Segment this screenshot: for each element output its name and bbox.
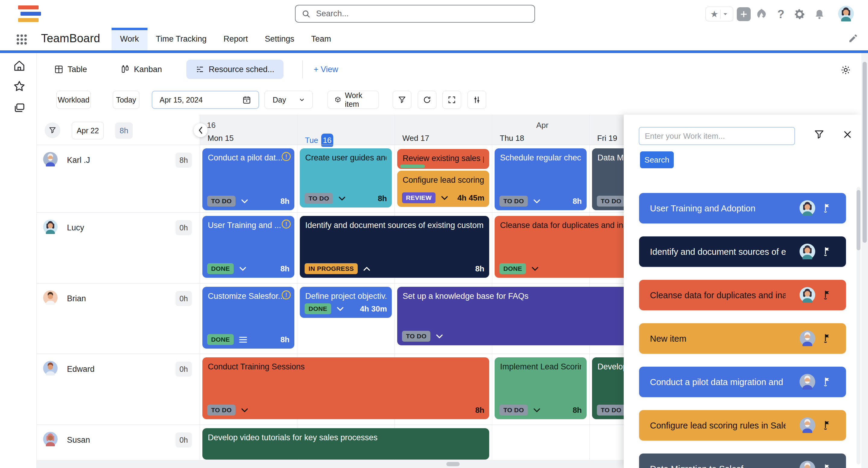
global-search[interactable] <box>295 5 535 23</box>
task-card[interactable]: Review existing sales pi... <box>397 149 489 169</box>
filter-button[interactable] <box>393 91 411 109</box>
favorites-star-icon[interactable] <box>13 80 25 92</box>
flag-icon[interactable] <box>823 377 831 386</box>
task-card[interactable]: Schedule regular check...TO DO8h <box>495 148 587 210</box>
day-header-wed[interactable]: Wed 17 <box>402 133 429 143</box>
nav-tab-settings[interactable]: Settings <box>256 28 303 50</box>
add-button[interactable] <box>737 7 751 21</box>
status-badge[interactable]: TO DO <box>597 196 625 207</box>
chevron-down-icon[interactable] <box>533 199 540 204</box>
resource-filter-button[interactable] <box>44 122 60 138</box>
panel-search-button[interactable]: Search <box>640 151 674 168</box>
search-result-item[interactable]: Data Migration to Salesf... <box>639 454 846 468</box>
chevron-down-icon[interactable] <box>337 307 344 311</box>
edit-pencil-icon[interactable] <box>848 33 858 43</box>
status-badge[interactable]: REVIEW <box>402 192 435 203</box>
warning-icon[interactable]: ! <box>282 290 291 300</box>
nav-tab-team[interactable]: Team <box>303 28 340 50</box>
panel-filter-button[interactable] <box>814 129 825 140</box>
nav-tab-report[interactable]: Report <box>215 28 256 50</box>
chevron-down-icon[interactable] <box>533 408 540 412</box>
help-button[interactable]: ? <box>774 7 788 21</box>
refresh-button[interactable] <box>418 91 436 109</box>
task-card[interactable]: Conduct a pilot dat...!TO DO8h <box>203 148 294 210</box>
board-settings-button[interactable] <box>840 65 851 75</box>
search-input[interactable] <box>315 9 528 19</box>
task-card[interactable]: Create user guides and...TO DO8h <box>300 148 392 208</box>
notifications-button[interactable] <box>812 7 826 21</box>
view-tab-kanban[interactable]: Kanban <box>121 60 162 79</box>
panel-scrollbar-thumb[interactable] <box>857 190 861 250</box>
view-tab-resource-scheduling[interactable]: Resource sched... <box>186 60 283 79</box>
chevron-down-icon[interactable] <box>241 199 248 204</box>
status-badge[interactable]: DONE <box>207 334 234 345</box>
horizontal-scrollbar[interactable] <box>37 460 624 468</box>
day-header-fri[interactable]: Fri 19 <box>597 133 617 143</box>
page-scrollbar-thumb[interactable] <box>863 62 867 243</box>
search-result-item[interactable]: Cleanse data for duplicates and inacc... <box>639 280 846 310</box>
task-card[interactable]: Identify and document sources of existin… <box>300 216 489 278</box>
chevron-down-icon[interactable] <box>239 267 246 271</box>
scroll-left-button[interactable] <box>194 123 208 137</box>
menu-icon[interactable] <box>239 337 247 343</box>
status-badge[interactable]: TO DO <box>597 405 625 415</box>
task-card[interactable]: Conduct Training SessionsTO DO8h <box>203 357 489 419</box>
search-result-item[interactable]: Identify and document sources of exi... <box>639 237 846 267</box>
task-card[interactable]: Customize Salesfor...!DONE8h <box>203 287 294 349</box>
status-badge[interactable]: IN PROGRESS <box>305 263 358 274</box>
flag-icon[interactable] <box>823 290 831 300</box>
status-badge[interactable]: TO DO <box>402 331 430 342</box>
search-result-item[interactable]: New item <box>639 323 846 354</box>
status-badge[interactable]: DONE <box>207 263 234 274</box>
projects-folders-icon[interactable] <box>13 102 25 114</box>
week-filter-button[interactable]: Apr 22 <box>72 122 104 139</box>
settings-button[interactable] <box>793 7 806 21</box>
chevron-down-icon[interactable] <box>441 196 448 200</box>
flag-icon[interactable] <box>823 203 831 213</box>
task-card[interactable]: Configure lead scoring ...REVIEW4h 45m <box>397 171 489 207</box>
fullscreen-button[interactable] <box>442 91 461 109</box>
flag-icon[interactable] <box>823 334 831 343</box>
warning-icon[interactable]: ! <box>282 152 291 161</box>
status-badge[interactable]: TO DO <box>499 405 528 415</box>
task-card[interactable]: User Training and ...!DONE8h <box>203 216 294 278</box>
task-card[interactable]: Develop video tutorials for key sales pr… <box>203 428 489 460</box>
task-card[interactable]: Implement Lead ScoringTO DO8h <box>495 357 587 419</box>
day-header-thu[interactable]: Thu 18 <box>500 133 524 143</box>
search-result-item[interactable]: Configure lead scoring rules in Salesf..… <box>639 410 846 441</box>
display-settings-button[interactable] <box>467 91 486 109</box>
chevron-down-icon[interactable] <box>436 334 443 339</box>
granularity-dropdown[interactable]: Day <box>265 91 313 109</box>
flag-icon[interactable] <box>823 247 831 256</box>
view-tab-table[interactable]: Table <box>54 60 87 79</box>
horizontal-scrollbar-thumb[interactable] <box>446 462 460 466</box>
flag-icon[interactable] <box>823 420 831 430</box>
resource-row-karlj[interactable]: Karl .J8h <box>37 145 200 212</box>
status-badge[interactable]: TO DO <box>305 193 333 204</box>
chevron-down-icon[interactable] <box>338 196 346 201</box>
trails-button[interactable] <box>754 7 769 21</box>
search-result-item[interactable]: Conduct a pilot data migration and va... <box>639 367 846 397</box>
nav-tab-time-tracking[interactable]: Time Tracking <box>148 28 215 50</box>
panel-close-button[interactable] <box>843 130 852 139</box>
status-badge[interactable]: TO DO <box>207 405 236 415</box>
status-badge[interactable]: TO DO <box>207 196 236 207</box>
user-avatar-button[interactable] <box>838 6 854 22</box>
today-button[interactable]: Today <box>113 91 140 109</box>
favorite-star-button[interactable]: ★ <box>706 7 733 22</box>
work-item-button[interactable]: Work item <box>328 91 379 109</box>
flag-icon[interactable] <box>823 464 831 468</box>
task-card[interactable]: Define project objectiv...DONE4h 30m <box>300 287 392 318</box>
resource-row-brian[interactable]: Brian0h <box>37 283 200 354</box>
warning-icon[interactable]: ! <box>282 220 291 228</box>
workload-button[interactable]: Workload <box>56 91 91 109</box>
chevron-down-icon[interactable] <box>531 267 539 271</box>
nav-tab-work[interactable]: Work <box>112 28 148 50</box>
status-badge[interactable]: DONE <box>499 263 526 274</box>
status-badge[interactable]: DONE <box>305 303 331 314</box>
chevron-up-icon[interactable] <box>363 267 370 271</box>
work-item-search-input[interactable] <box>639 127 795 145</box>
day-header-mon[interactable]: Mon 15 <box>208 133 234 143</box>
add-view-button[interactable]: + View <box>314 60 338 79</box>
resource-row-lucy[interactable]: Lucy0h <box>37 212 200 283</box>
